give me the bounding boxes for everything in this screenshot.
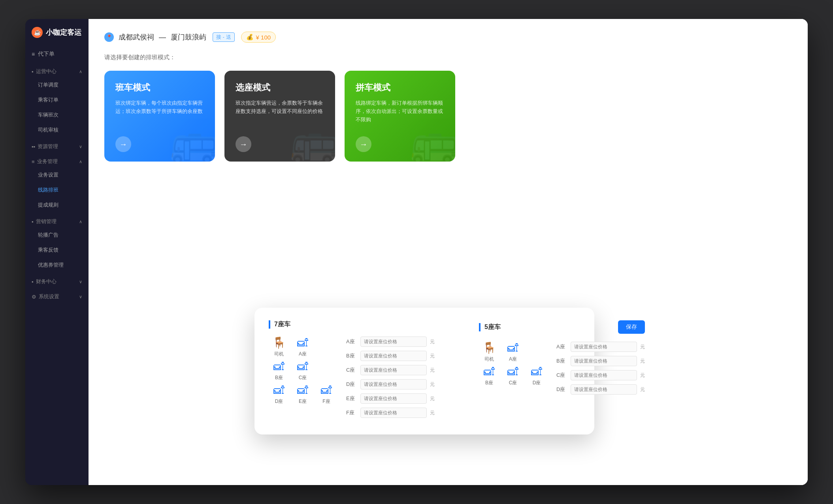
bus-mode-arrow[interactable]: →	[115, 136, 131, 152]
seat-row-1-5: 🪑 司机 🛋 A座	[479, 342, 547, 362]
seat-d-unit-7: 元	[430, 381, 435, 388]
settings-icon: ⚙	[32, 294, 36, 300]
seat-a-5: 🛋 A座	[503, 342, 523, 362]
seat-a-label: A座	[299, 351, 307, 357]
sidebar-item-bulk-order[interactable]: 乘客订单	[25, 92, 89, 107]
seat-f-label: F座	[322, 398, 330, 405]
mode-card-seat[interactable]: 选座模式 班次指定车辆营运，余票数等于车辆余座数支持选座，可设置不同座位的价格 …	[224, 71, 335, 162]
sidebar-section-finance[interactable]: ▪ 财务中心 ∨	[25, 273, 89, 288]
mode-card-carpool[interactable]: 拼车模式 线路绑定车辆，新订单根据所绑车辆顺序，依次自动派出；可设置余票数量或不…	[345, 71, 455, 162]
save-button[interactable]: 保存	[618, 320, 645, 334]
seat-f-chair-icon: 🛋	[321, 384, 332, 397]
sidebar-item-ads[interactable]: 轮播广告	[25, 228, 89, 243]
sidebar-item-vehicle-schedule[interactable]: 车辆班次	[25, 107, 89, 122]
seat-f-price-input-7[interactable]	[360, 408, 427, 418]
five-seat-grid: 🪑 司机 🛋 A座 🛋	[479, 342, 547, 399]
sidebar-section-marketing[interactable]: ▪ 营销管理 ∧	[25, 213, 89, 228]
driver-seat-7: 🪑 司机	[269, 337, 289, 357]
seat-b-label-7: B座	[346, 352, 357, 359]
seat-row-2-5: 🛋 B座 🛋 C座 🛋 D座	[479, 365, 547, 386]
sidebar: ☕ 小咖定客运 ≡ 代下单 ▪ 运营中心 ∧ 订单调度 乘客订单 车辆班次 司机…	[25, 19, 89, 485]
price-value: ¥ 100	[256, 34, 271, 41]
seat-d-price-input-5[interactable]	[571, 384, 637, 395]
sub-label: 业务设置	[38, 172, 58, 178]
seat-f-label-7: F座	[346, 409, 357, 416]
seat-a-price-input-5[interactable]	[571, 342, 637, 352]
price-row-c-5: C座 元	[556, 370, 645, 380]
seat-e-label: E座	[299, 398, 307, 405]
seat-d-label: D座	[275, 398, 283, 405]
sidebar-section-resources[interactable]: ▪▪ 资源管理 ∨	[25, 137, 89, 152]
sidebar-item-order-schedule[interactable]: 订单调度	[25, 77, 89, 92]
bus-bg-icon: 🚌	[170, 119, 215, 162]
seat-d-chair-icon-5: 🛋	[531, 365, 542, 378]
sidebar-item-route-schedule[interactable]: 线路排班	[25, 182, 89, 197]
chevron-icon: ∨	[79, 144, 82, 149]
seat-d-label-p5: D座	[556, 386, 567, 393]
section-label: 资源管理	[38, 143, 58, 150]
seat-a-price-input-7[interactable]	[360, 337, 427, 347]
sidebar-item-coupons[interactable]: 优惠券管理	[25, 258, 89, 273]
seat-a-7: 🛋 A座	[292, 337, 313, 357]
seat-a-chair-icon: 🛋	[297, 336, 308, 349]
seat-c-price-input-5[interactable]	[571, 370, 637, 380]
carpool-mode-arrow[interactable]: →	[356, 136, 371, 152]
content-area: 📍 成都武侯祠 — 厦门鼓浪屿 接 - 送 💰 ¥ 100 请选择要创建的排班模…	[89, 19, 808, 485]
seat-d-5: 🛋 D座	[526, 365, 547, 386]
price-row-c-7: C座 元	[346, 365, 435, 375]
seat-b-chair-icon: 🛋	[273, 360, 285, 373]
sidebar-item-business-settings[interactable]: 业务设置	[25, 167, 89, 182]
sub-label: 优惠券管理	[38, 262, 64, 268]
seat-config-panel: 7座车 🪑 司机 🛋	[254, 308, 594, 434]
seat-a-label-5: A座	[509, 356, 517, 363]
chevron-icon: ∨	[79, 294, 82, 299]
seat-c-price-input-7[interactable]	[360, 365, 427, 375]
seat-c-label-p5: C座	[556, 372, 567, 379]
seat-b-5: 🛋 B座	[479, 365, 499, 386]
seat-b-label-5: B座	[485, 380, 493, 386]
seat-b-price-input-7[interactable]	[360, 351, 427, 361]
seat-d-price-input-7[interactable]	[360, 379, 427, 389]
sub-label: 司机审核	[38, 127, 58, 133]
finance-icon: ▪	[32, 279, 34, 285]
seat-d-label-5: D座	[533, 380, 541, 386]
sidebar-item-order[interactable]: ≡ 代下单	[25, 46, 89, 62]
marketing-icon: ▪	[32, 219, 34, 225]
seat-row-2: 🛋 B座 🛋 C座	[269, 360, 337, 381]
seat-e-price-input-7[interactable]	[360, 393, 427, 404]
app-title: 小咖定客运	[46, 28, 81, 37]
carpool-bg-icon: 🚌	[410, 119, 455, 162]
sidebar-section-business[interactable]: ≡ 业务管理 ∧	[25, 152, 89, 167]
price-icon: 💰	[246, 34, 254, 41]
seat-b-label-p5: B座	[556, 357, 567, 365]
five-seat-title: 5座车	[479, 323, 501, 331]
sidebar-item-rules[interactable]: 提成规则	[25, 197, 89, 213]
seat-f-unit-7: 元	[430, 410, 435, 416]
sidebar-item-feedback[interactable]: 乘客反馈	[25, 243, 89, 258]
seat-a-label-p5: A座	[556, 343, 567, 350]
seven-seat-title: 7座车	[269, 320, 435, 329]
seat-e-7: 🛋 E座	[292, 384, 313, 404]
seat-e-chair-icon: 🛋	[297, 384, 308, 397]
seat-mode-title: 选座模式	[236, 82, 324, 94]
driver-seat-5: 🪑 司机	[479, 342, 499, 362]
seat-c-label-7: C座	[346, 367, 357, 374]
sidebar-section-settings[interactable]: ⚙ 系统设置 ∨	[25, 288, 89, 303]
sidebar-section-operations[interactable]: ▪ 运营中心 ∧	[25, 62, 89, 77]
carpool-mode-title: 拼车模式	[356, 82, 444, 94]
sidebar-item-driver-review[interactable]: 司机审核	[25, 122, 89, 137]
section-label: 财务中心	[36, 278, 57, 285]
seat-b-label: B座	[275, 374, 283, 381]
mode-card-bus[interactable]: 班车模式 班次绑定车辆，每个班次由指定车辆营运；班次余票数等于所拼车辆的余座数 …	[104, 71, 215, 162]
seat-mode-arrow[interactable]: →	[236, 136, 251, 152]
driver-label: 司机	[274, 351, 284, 357]
sub-label: 订单调度	[38, 82, 58, 88]
seat-a-unit-7: 元	[430, 339, 435, 345]
seat-b-7: 🛋 B座	[269, 360, 289, 381]
app-logo: ☕ 小咖定客运	[25, 19, 89, 46]
seat-e-label-7: E座	[346, 395, 357, 402]
main-content: 📍 成都武侯祠 — 厦门鼓浪屿 接 - 送 💰 ¥ 100 请选择要创建的排班模…	[89, 19, 808, 485]
chevron-icon: ∨	[79, 279, 82, 284]
seat-b-price-input-5[interactable]	[571, 356, 637, 366]
seat-a-chair-icon-5: 🛋	[507, 341, 518, 354]
